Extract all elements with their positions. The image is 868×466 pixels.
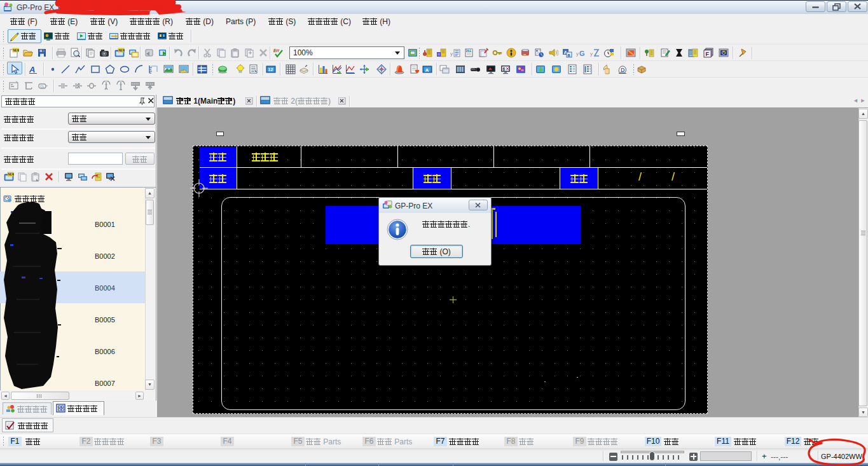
- svg-text:OL: OL: [40, 85, 45, 88]
- svg-text:CSV: CSV: [466, 49, 472, 52]
- svg-text:y: y: [576, 51, 579, 57]
- svg-text:NEW: NEW: [119, 49, 125, 52]
- svg-text:a: a: [568, 53, 570, 57]
- svg-text:F: F: [706, 51, 710, 57]
- svg-text:NEW: NEW: [8, 173, 15, 176]
- svg-text:A: A: [29, 65, 35, 74]
- svg-text:Err: Err: [273, 48, 280, 53]
- svg-text:6: 6: [503, 67, 506, 71]
- svg-text:D: D: [621, 67, 625, 73]
- svg-text:y: y: [590, 51, 593, 57]
- svg-text:NEW: NEW: [13, 49, 20, 52]
- svg-text:y: y: [450, 51, 453, 57]
- svg-text:12: 12: [268, 67, 273, 72]
- svg-text:A: A: [425, 67, 429, 73]
- svg-text:G: G: [579, 50, 585, 57]
